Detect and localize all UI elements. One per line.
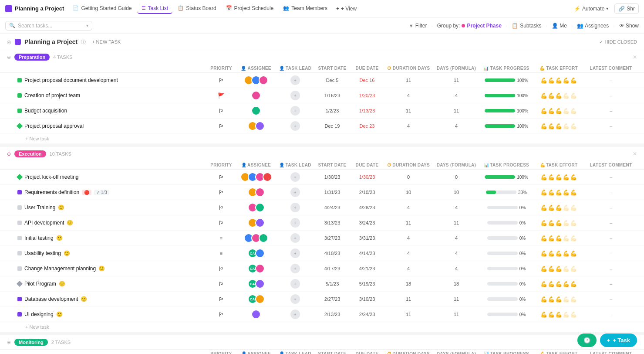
eye-icon: 👁: [619, 23, 624, 29]
task-row[interactable]: Database development 🙂 🏳 CA + 2/27/23 3/…: [0, 292, 644, 307]
lead-cell: +: [276, 75, 315, 85]
logo-icon: [5, 5, 12, 12]
section-header-preparation: ⊖ Preparation 4 TASKS ✕: [0, 50, 644, 64]
subtasks-icon: 📋: [512, 23, 518, 29]
section-collapse-btn[interactable]: ⊖: [7, 151, 11, 157]
separator: ·: [571, 23, 573, 29]
col-start-header: START DATE: [315, 66, 350, 71]
section-count: 10 TASKS: [50, 151, 71, 157]
group-by-btn[interactable]: Group by: Project Phase: [437, 23, 502, 29]
project-icon: [15, 39, 21, 45]
task-row[interactable]: Usability testing 🙂 ≡ CA + 4/10/23 4/14/…: [0, 246, 644, 261]
col-headers-preparation: PRIORITY 👤 ASSIGNEE 👤 TASK LEAD START DA…: [0, 64, 644, 73]
section-monitoring: ⊖ Monitoring 2 TASKS ✕ PRIORITY 👤 ASSIGN…: [0, 335, 644, 354]
add-view-btn[interactable]: + + View: [333, 4, 360, 14]
due-cell: Dec 16: [350, 78, 384, 83]
plus-icon: +: [336, 6, 339, 12]
task-row[interactable]: Project kick-off meeting 🏳 + 1/30/23 1/3…: [0, 170, 644, 185]
dot-pink: [462, 24, 465, 27]
tab-label: Getting Started Guide: [81, 5, 131, 11]
new-task-row-execution[interactable]: + New task: [0, 322, 644, 332]
separator: ·: [431, 23, 432, 29]
col-priority-header: PRIORITY: [206, 66, 236, 71]
preparation-badge: Preparation: [14, 54, 50, 61]
tab-project-schedule[interactable]: 📅 Project Schedule: [222, 3, 278, 14]
search-box[interactable]: 🔍 Search tasks... ▾: [5, 21, 92, 31]
section-collapse-btn[interactable]: ⊖: [7, 340, 11, 345]
section-collapse-btn[interactable]: ⊖: [7, 54, 11, 60]
task-name-label: Project proposal document development: [24, 77, 118, 83]
automate-btn[interactable]: ⚡ Automate ▾: [570, 4, 612, 14]
task-row[interactable]: Creation of project team 🚩 + 1/16/23 1/2…: [0, 88, 644, 103]
separator: ·: [506, 23, 507, 29]
chevron-down-icon: ▾: [86, 23, 88, 28]
tab-getting-started[interactable]: 📄 Getting Started Guide: [68, 3, 136, 14]
section-execution: ⊖ Execution 10 TASKS ✕ PRIORITY 👤 ASSIGN…: [0, 147, 644, 332]
task-row[interactable]: Pilot Program 🙂 🏳 CA + 5/1/23 5/19/23 18…: [0, 276, 644, 292]
task-row[interactable]: UI designing 🙂 🏳 + 2/13/23 2/24/23 11 11…: [0, 307, 644, 322]
separator: ·: [613, 23, 614, 29]
search-icon: 🔍: [9, 23, 15, 28]
assignees-icon: 👥: [577, 23, 583, 29]
nav-logo[interactable]: Planning a Project: [5, 5, 64, 12]
task-row[interactable]: Requirements definition 🔴 ✓ 1/3 🏳 + 1/31…: [0, 185, 644, 200]
col-days-formula-header: DAYS (FORMULA): [432, 66, 480, 71]
filter-btn[interactable]: ▼ Filter: [409, 23, 427, 29]
activity-fab-btn[interactable]: 🕐: [577, 334, 597, 347]
new-task-btn[interactable]: + NEW TASK: [89, 38, 123, 45]
project-title: Planning a Project: [24, 38, 78, 45]
monitoring-badge: Monitoring: [14, 339, 48, 346]
automate-icon: ⚡: [574, 6, 580, 12]
tab-label: Project Schedule: [234, 5, 274, 11]
task-row[interactable]: API development 🙂 🏳 + 3/13/23 3/24/23 11…: [0, 215, 644, 231]
task-row[interactable]: Initial testing 🙂 ≡ + 3/27/23 3/31/23 4 …: [0, 231, 644, 246]
separator: ·: [546, 23, 547, 29]
tab-icon: 📋: [178, 5, 184, 11]
tab-icon: 📄: [73, 5, 79, 11]
assignees-btn[interactable]: 👥 Assignees: [577, 23, 609, 29]
view-label: + View: [341, 6, 357, 12]
section-close-icon[interactable]: ✕: [633, 151, 637, 157]
fab-container: 🕐 + + Task: [577, 334, 637, 347]
section-count: 4 TASKS: [53, 54, 72, 60]
tab-status-board[interactable]: 📋 Status Board: [173, 3, 220, 14]
section-close-icon[interactable]: ✕: [633, 54, 637, 60]
assignee-cell: [236, 75, 276, 85]
tab-team-members[interactable]: 👥 Team Members: [279, 3, 332, 14]
plus-icon: +: [607, 337, 610, 344]
hide-closed-btn[interactable]: ✓ HIDE CLOSED: [599, 39, 637, 45]
subtasks-btn[interactable]: 📋 Subtasks: [512, 23, 541, 29]
collapse-btn[interactable]: ◎: [7, 39, 11, 45]
col-duration-header: ⏱ DURATION DAYS: [384, 66, 432, 71]
task-fab-label: + Task: [613, 337, 630, 344]
section-header-monitoring: ⊖ Monitoring 2 TASKS ✕: [0, 335, 644, 350]
group-by-label: Group by:: [437, 23, 460, 29]
task-row[interactable]: Project proposal approval 🏳 + Dec 19 Dec…: [0, 119, 644, 134]
tab-task-list[interactable]: ☰ Task List: [137, 3, 173, 14]
col-comment-header: LATEST COMMENT: [585, 66, 637, 71]
task-row[interactable]: Project proposal document development 🏳 …: [0, 73, 644, 88]
task-row[interactable]: User Training 🙂 🏳 + 4/24/23 4/28/23 4 4 …: [0, 200, 644, 215]
tab-label: Task List: [148, 5, 169, 11]
task-fab-btn[interactable]: + + Task: [600, 334, 637, 347]
col-headers-monitoring: PRIORITY 👤 ASSIGNEE 👤 TASK LEAD START DA…: [0, 350, 644, 354]
share-label: Shr: [627, 6, 635, 12]
chevron-down-icon: ▾: [606, 6, 608, 11]
days-formula-cell: 11: [432, 78, 480, 83]
task-name-cell: Project proposal document development: [17, 77, 206, 83]
task-row[interactable]: Change Management planning 🙂 🏳 CA + 4/17…: [0, 261, 644, 276]
info-icon[interactable]: ⓘ: [81, 39, 86, 45]
task-row[interactable]: Budget acquisition 🏳 + 1/2/23 1/13/23 11…: [0, 103, 644, 119]
main-content: ◎ Planning a Project ⓘ + NEW TASK ✓ HIDE…: [0, 34, 644, 354]
show-btn[interactable]: 👁 Show: [619, 23, 639, 29]
new-task-row[interactable]: + New task: [0, 134, 644, 143]
share-btn[interactable]: 🔗 Shr: [614, 3, 639, 14]
effort-cell: 💪💪💪💪💪: [533, 77, 585, 84]
filter-label: Filter: [415, 23, 427, 29]
automate-label: Automate: [582, 6, 604, 12]
comment-cell: –: [585, 78, 637, 83]
search-input[interactable]: Search tasks...: [18, 23, 52, 29]
me-btn[interactable]: 👤 Me: [552, 23, 567, 29]
clock-icon: 🕐: [583, 337, 590, 344]
top-nav: Planning a Project 📄 Getting Started Gui…: [0, 0, 644, 17]
